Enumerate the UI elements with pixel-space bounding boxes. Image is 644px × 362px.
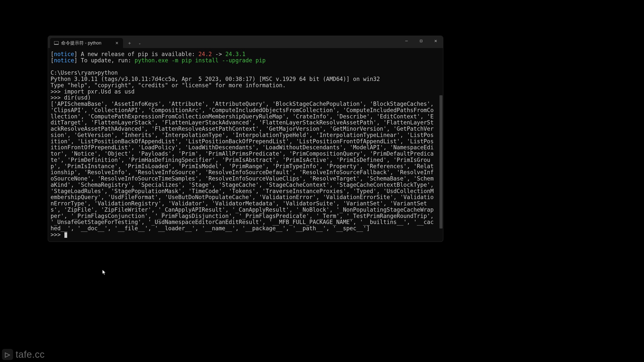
- maximize-icon: [419, 39, 423, 43]
- titlebar[interactable]: 命令提示符 - python ✕ ＋ ⌄: [48, 36, 443, 48]
- tab-close-button[interactable]: ✕: [114, 40, 119, 46]
- tab-dropdown-button[interactable]: ⌄: [135, 39, 144, 47]
- notice-line-2: [notice] To update, run: python.exe -m p…: [51, 57, 266, 64]
- tab-controls: ＋ ⌄: [123, 38, 146, 48]
- python-banner-2: Type "help", "copyright", "credits" or "…: [51, 82, 286, 88]
- watermark: ▷ tafe.cc: [2, 349, 45, 360]
- scrollbar-thumb[interactable]: [439, 95, 442, 229]
- repl-line-dir: >>> dir(usd): [51, 94, 91, 101]
- python-banner-1: Python 3.10.11 (tags/v3.10.11:7d4cc5a, A…: [51, 76, 380, 82]
- repl-line-import: >>> import pxr.Usd as usd: [51, 88, 135, 95]
- window-controls: [399, 36, 443, 46]
- tab-active[interactable]: 命令提示符 - python ✕: [50, 38, 123, 48]
- watermark-text: tafe.cc: [16, 349, 45, 360]
- shell-prompt-line: C:\Users\ryan>python: [51, 69, 118, 76]
- terminal-icon: [54, 41, 59, 45]
- minimize-button[interactable]: [399, 36, 414, 46]
- terminal-body[interactable]: [notice] A new release of pip is availab…: [48, 48, 443, 242]
- mouse-cursor-icon: [102, 269, 106, 276]
- new-tab-button[interactable]: ＋: [125, 39, 134, 47]
- dir-output: ['APISchemaBase', 'AssetInfoKeys', 'Attr…: [51, 101, 437, 232]
- text-cursor: [64, 232, 67, 238]
- close-icon: [434, 39, 437, 43]
- close-button[interactable]: [428, 36, 443, 46]
- watermark-icon: ▷: [2, 349, 13, 360]
- notice-line-1: [notice] A new release of pip is availab…: [51, 51, 246, 57]
- terminal-output[interactable]: [notice] A new release of pip is availab…: [51, 51, 436, 238]
- svg-rect-1: [420, 40, 422, 42]
- repl-prompt[interactable]: >>>: [51, 231, 64, 238]
- tab-title: 命令提示符 - python: [61, 40, 111, 46]
- maximize-button[interactable]: [414, 36, 428, 46]
- minimize-icon: [405, 39, 408, 43]
- terminal-window: 命令提示符 - python ✕ ＋ ⌄ [notice] A new rele…: [48, 36, 443, 242]
